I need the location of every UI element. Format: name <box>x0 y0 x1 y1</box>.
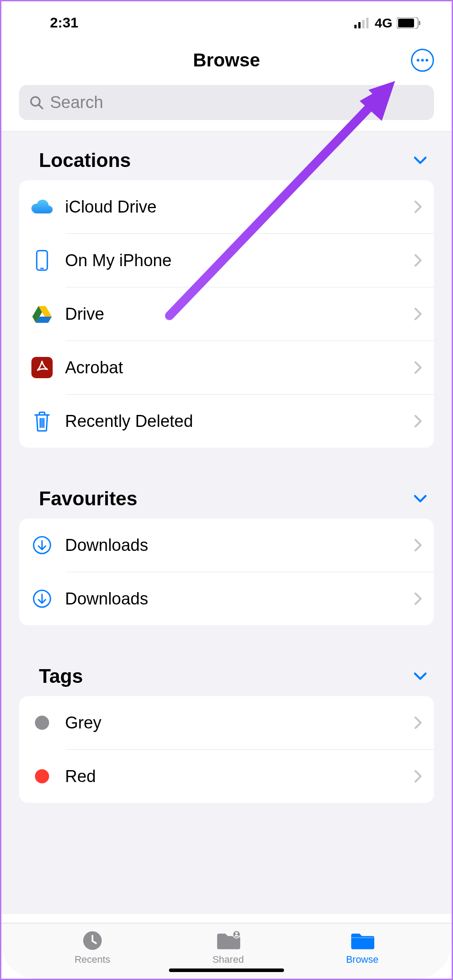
location-iphone[interactable]: On My iPhone <box>19 234 434 287</box>
acrobat-icon <box>31 357 53 378</box>
folder-icon <box>350 930 374 951</box>
tab-label: Browse <box>346 954 378 965</box>
search-icon <box>30 96 44 110</box>
row-label: Red <box>65 767 402 786</box>
tag-dot-icon <box>31 712 53 733</box>
icloud-icon <box>31 196 53 217</box>
row-label: Recently Deleted <box>65 412 402 431</box>
shared-folder-icon <box>216 930 240 951</box>
chevron-right-icon <box>415 539 422 551</box>
tag-grey[interactable]: Grey <box>19 696 434 749</box>
chevron-right-icon <box>415 308 422 320</box>
row-label: iCloud Drive <box>65 198 402 217</box>
tags-group: Grey Red <box>19 696 434 803</box>
search-input[interactable]: Search <box>19 85 434 120</box>
svg-rect-0 <box>354 25 357 28</box>
locations-title: Locations <box>39 149 131 171</box>
tab-label: Recents <box>74 954 110 965</box>
location-icloud[interactable]: iCloud Drive <box>19 180 434 233</box>
tab-browse[interactable]: Browse <box>346 930 378 965</box>
content: Locations iCloud Drive On My iPhone <box>1 132 452 914</box>
gdrive-icon <box>31 303 53 325</box>
svg-rect-6 <box>419 21 420 25</box>
chevron-right-icon <box>415 770 422 782</box>
svg-rect-14 <box>31 357 53 378</box>
search-placeholder: Search <box>50 93 103 112</box>
chevron-right-icon <box>415 361 422 374</box>
svg-rect-22 <box>351 937 373 938</box>
iphone-icon <box>31 250 53 271</box>
tab-recents[interactable]: Recents <box>74 930 110 965</box>
trash-icon <box>31 411 53 432</box>
svg-rect-2 <box>362 20 365 28</box>
chevron-right-icon <box>415 201 422 213</box>
tags-header[interactable]: Tags <box>1 656 452 696</box>
svg-point-21 <box>235 932 238 934</box>
location-recently-deleted[interactable]: Recently Deleted <box>19 395 434 448</box>
svg-rect-1 <box>358 22 361 28</box>
location-drive[interactable]: Drive <box>19 287 434 341</box>
svg-rect-12 <box>37 251 47 270</box>
tab-label: Shared <box>212 954 244 965</box>
svg-point-9 <box>426 59 428 62</box>
svg-rect-5 <box>398 19 414 27</box>
tab-shared[interactable]: Shared <box>212 930 244 965</box>
chevron-right-icon <box>415 593 422 605</box>
chevron-right-icon <box>415 717 422 729</box>
download-icon <box>31 535 53 556</box>
row-label: Downloads <box>65 536 402 555</box>
chevron-right-icon <box>415 415 422 427</box>
row-label: Acrobat <box>65 358 402 377</box>
tags-title: Tags <box>39 665 83 687</box>
row-label: Drive <box>65 305 402 324</box>
chevron-down-icon <box>413 672 427 681</box>
status-bar: 2:31 4G <box>1 1 452 35</box>
more-button[interactable] <box>411 49 434 72</box>
download-icon <box>31 588 53 609</box>
page-title: Browse <box>42 50 411 71</box>
favourite-downloads-2[interactable]: Downloads <box>19 572 434 625</box>
svg-line-11 <box>39 105 42 108</box>
row-label: On My iPhone <box>65 251 402 270</box>
favourite-downloads-1[interactable]: Downloads <box>19 519 434 572</box>
svg-rect-3 <box>366 18 369 28</box>
status-right: 4G <box>354 15 421 31</box>
favourites-title: Favourites <box>39 488 138 510</box>
home-indicator[interactable] <box>169 968 284 972</box>
network-label: 4G <box>375 15 392 31</box>
clock-icon <box>81 930 104 951</box>
chevron-right-icon <box>415 254 422 267</box>
locations-header[interactable]: Locations <box>1 140 452 180</box>
header: Browse Search <box>1 35 452 132</box>
svg-point-20 <box>233 931 240 938</box>
row-label: Downloads <box>65 589 402 608</box>
favourites-header[interactable]: Favourites <box>1 479 452 519</box>
battery-icon <box>397 17 421 29</box>
chevron-down-icon <box>413 156 427 165</box>
location-acrobat[interactable]: Acrobat <box>19 341 434 394</box>
ellipsis-icon <box>416 58 429 62</box>
favourites-group: Downloads Downloads <box>19 519 434 625</box>
status-time: 2:31 <box>50 15 78 31</box>
tag-red[interactable]: Red <box>19 750 434 803</box>
chevron-down-icon <box>413 494 427 503</box>
row-label: Grey <box>65 713 402 732</box>
svg-point-7 <box>417 59 419 62</box>
locations-group: iCloud Drive On My iPhone Drive <box>19 180 434 448</box>
signal-icon <box>354 18 370 28</box>
svg-point-8 <box>421 59 424 62</box>
tag-dot-icon <box>31 766 53 787</box>
